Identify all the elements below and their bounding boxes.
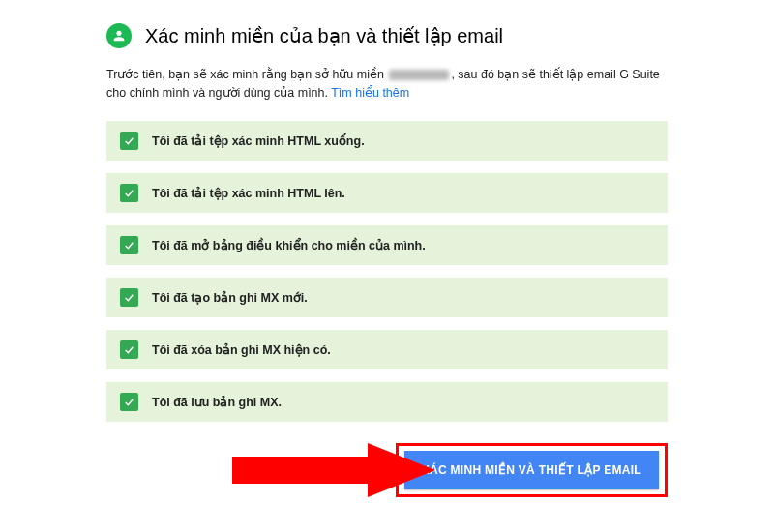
check-icon xyxy=(120,236,138,254)
list-item: Tôi đã lưu bản ghi MX. xyxy=(106,382,668,422)
step-label: Tôi đã xóa bản ghi MX hiện có. xyxy=(152,342,331,357)
check-icon xyxy=(120,132,138,150)
check-icon xyxy=(120,184,138,202)
step-label: Tôi đã lưu bản ghi MX. xyxy=(152,395,282,409)
check-icon xyxy=(120,340,138,359)
person-icon xyxy=(106,23,132,48)
verify-setup-button[interactable]: XÁC MINH MIỀN VÀ THIẾT LẬP EMAIL xyxy=(404,451,659,489)
action-row: XÁC MINH MIỀN VÀ THIẾT LẬP EMAIL xyxy=(106,443,668,497)
intro-text: Trước tiên, bạn sẽ xác minh rằng bạn sở … xyxy=(106,66,668,103)
check-icon xyxy=(120,393,138,411)
highlight-frame: XÁC MINH MIỀN VÀ THIẾT LẬP EMAIL xyxy=(396,443,668,497)
list-item: Tôi đã tải tệp xác minh HTML xuống. xyxy=(106,121,668,161)
list-item: Tôi đã tạo bản ghi MX mới. xyxy=(106,278,668,317)
check-icon xyxy=(120,288,138,307)
step-label: Tôi đã tải tệp xác minh HTML xuống. xyxy=(152,133,365,148)
list-item: Tôi đã xóa bản ghi MX hiện có. xyxy=(106,330,668,369)
list-item: Tôi đã mở bảng điều khiển cho miền của m… xyxy=(106,225,668,265)
page-title: Xác minh miền của bạn và thiết lập email xyxy=(145,24,503,47)
page-header: Xác minh miền của bạn và thiết lập email xyxy=(106,23,668,48)
steps-list: Tôi đã tải tệp xác minh HTML xuống. Tôi … xyxy=(106,121,668,422)
step-label: Tôi đã tạo bản ghi MX mới. xyxy=(152,290,308,305)
step-label: Tôi đã mở bảng điều khiển cho miền của m… xyxy=(152,238,426,252)
learn-more-link[interactable]: Tìm hiểu thêm xyxy=(331,86,409,100)
redacted-domain xyxy=(389,70,449,80)
intro-pre: Trước tiên, bạn sẽ xác minh rằng bạn sở … xyxy=(106,68,387,81)
list-item: Tôi đã tải tệp xác minh HTML lên. xyxy=(106,173,668,213)
step-label: Tôi đã tải tệp xác minh HTML lên. xyxy=(152,186,345,200)
